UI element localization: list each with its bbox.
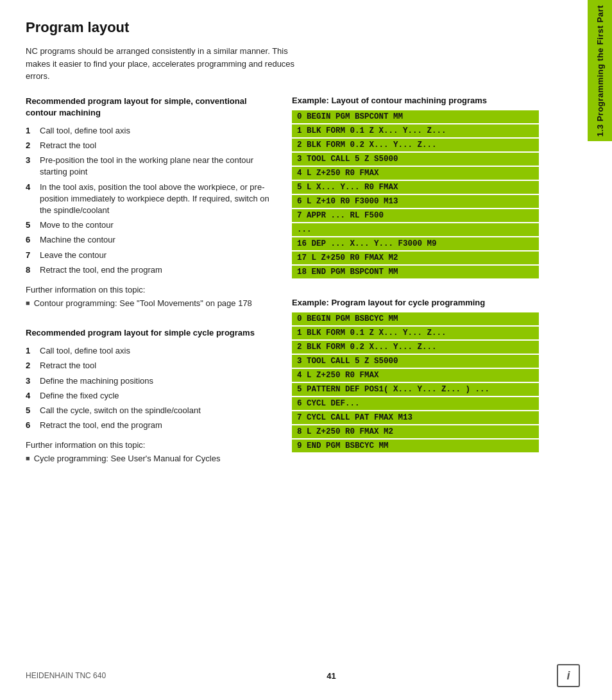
bullet-icon: ■ (26, 454, 30, 462)
item-text: Define the machining positions (40, 375, 153, 387)
list-item: 3Define the machining positions (26, 375, 273, 387)
contour-section-heading: Recommended program layout for simple, c… (26, 96, 273, 119)
code-row: 2 BLK FORM 0.2 X... Y... Z... (292, 341, 539, 354)
item-num: 8 (26, 264, 35, 276)
code-row: 5 L X... Y... R0 FMAX (292, 181, 539, 194)
code-row: 1 BLK FORM 0.1 Z X... Y... Z... (292, 327, 539, 339)
list-item: 1Call tool, define tool axis (26, 345, 273, 357)
cycle-example-section: Example: Program layout for cycle progra… (292, 298, 539, 452)
left-column: Recommended program layout for simple, c… (26, 96, 273, 466)
cycle-section: Recommended program layout for simple cy… (26, 327, 273, 463)
code-row: 6 L Z+10 R0 F3000 M13 (292, 195, 539, 208)
contour-example-section: Example: Layout of contour machining pro… (292, 96, 539, 278)
code-row: 5 PATTERN DEF POS1( X... Y... Z... ) ... (292, 383, 539, 396)
cycle-further-info: Further information on this topic: (26, 440, 273, 450)
code-row: 2 BLK FORM 0.2 X... Y... Z... (292, 139, 539, 151)
code-row: 3 TOOL CALL 5 Z S5000 (292, 355, 539, 368)
list-item: 6Retract the tool, end the program (26, 420, 273, 431)
cycle-section-heading: Recommended program layout for simple cy… (26, 327, 273, 339)
code-row: 9 END PGM BSBCYC MM (292, 440, 539, 452)
code-row-ellipsis: ... (292, 223, 539, 236)
code-row: 16 DEP ... X... Y... F3000 M9 (292, 237, 539, 250)
contour-section: Recommended program layout for simple, c… (26, 96, 273, 308)
contour-code-block: 0 BEGIN PGM BSPCONT MM 1 BLK FORM 0.1 Z … (292, 110, 539, 278)
side-tab-green: 1.3 Programming the First Part (588, 0, 612, 141)
code-row: 17 L Z+250 R0 FMAX M2 (292, 252, 539, 264)
item-num: 2 (26, 140, 35, 151)
list-item: 2Retract the tool (26, 140, 273, 151)
item-num: 1 (26, 125, 35, 137)
item-num: 3 (26, 155, 35, 178)
item-text: Define the fixed cycle (40, 390, 119, 402)
right-column: Example: Layout of contour machining pro… (292, 96, 539, 466)
item-text: Machine the contour (40, 234, 115, 246)
list-item: 8Retract the tool, end the program (26, 264, 273, 276)
item-num: 4 (26, 390, 35, 402)
code-row: 0 BEGIN PGM BSPCONT MM (292, 110, 539, 123)
side-tab-label: 1.3 Programming the First Part (595, 5, 605, 137)
contour-example-heading: Example: Layout of contour machining pro… (292, 96, 539, 105)
item-text: Move to the contour (40, 219, 114, 231)
item-num: 6 (26, 234, 35, 246)
list-item: 5Move to the contour (26, 219, 273, 231)
contour-further-info: Further information on this topic: (26, 285, 273, 295)
item-text: Retract the tool, end the program (40, 420, 162, 431)
item-num: 5 (26, 219, 35, 231)
cycle-list: 1Call tool, define tool axis 2Retract th… (26, 345, 273, 431)
info-icon: i (557, 664, 580, 687)
cycle-example-heading: Example: Program layout for cycle progra… (292, 298, 539, 307)
item-text: In the tool axis, position the tool abov… (40, 182, 273, 217)
intro-text: NC programs should be arranged consisten… (26, 45, 302, 83)
code-row: 1 BLK FORM 0.1 Z X... Y... Z... (292, 124, 539, 137)
item-num: 3 (26, 375, 35, 387)
contour-bullet-text: Contour programming: See "Tool Movements… (34, 298, 252, 308)
list-item: 6Machine the contour (26, 234, 273, 246)
item-text: Pre-position the tool in the working pla… (40, 155, 273, 178)
code-row: 8 L Z+250 R0 FMAX M2 (292, 425, 539, 438)
code-row: 4 L Z+250 R0 FMAX (292, 167, 539, 180)
item-text: Retract the tool, end the program (40, 264, 162, 276)
contour-bullet: ■ Contour programming: See "Tool Movemen… (26, 298, 273, 308)
contour-list: 1Call tool, define tool axis 2Retract th… (26, 125, 273, 276)
item-text: Leave the contour (40, 250, 106, 261)
cycle-bullet: ■ Cycle programming: See User's Manual f… (26, 454, 273, 463)
main-content: Program layout NC programs should be arr… (26, 19, 552, 466)
item-text: Retract the tool (40, 360, 96, 371)
code-row: 0 BEGIN PGM BSBCYC MM (292, 312, 539, 325)
item-text: Call the cycle, switch on the spindle/co… (40, 405, 201, 416)
list-item: 1Call tool, define tool axis (26, 125, 273, 137)
cycle-code-block: 0 BEGIN PGM BSBCYC MM 1 BLK FORM 0.1 Z X… (292, 312, 539, 452)
list-item: 2Retract the tool (26, 360, 273, 371)
code-row: 3 TOOL CALL 5 Z S5000 (292, 153, 539, 166)
code-row: 4 L Z+250 R0 FMAX (292, 369, 539, 382)
footer-page-number: 41 (327, 671, 336, 681)
code-row: 7 CYCL CALL PAT FMAX M13 (292, 411, 539, 424)
item-text: Call tool, define tool axis (40, 345, 130, 357)
list-item: 4Define the fixed cycle (26, 390, 273, 402)
side-tab: 1.3 Programming the First Part (588, 0, 612, 700)
item-num: 7 (26, 250, 35, 261)
item-num: 4 (26, 182, 35, 217)
page-title: Program layout (26, 19, 539, 36)
list-item: 4In the tool axis, position the tool abo… (26, 182, 273, 217)
code-row: 6 CYCL DEF... (292, 397, 539, 410)
footer: HEIDENHAIN TNC 640 41 i (26, 664, 580, 687)
page-container: Program layout NC programs should be arr… (0, 0, 612, 700)
item-text: Call tool, define tool axis (40, 125, 130, 137)
item-num: 1 (26, 345, 35, 357)
code-row: 18 END PGM BSPCONT MM (292, 266, 539, 278)
two-col-layout: Recommended program layout for simple, c… (26, 96, 539, 466)
cycle-bullet-text: Cycle programming: See User's Manual for… (34, 454, 221, 463)
item-num: 6 (26, 420, 35, 431)
item-text: Retract the tool (40, 140, 96, 151)
bullet-icon: ■ (26, 299, 30, 307)
footer-brand: HEIDENHAIN TNC 640 (26, 671, 106, 680)
item-num: 5 (26, 405, 35, 416)
code-row: 7 APPR ... RL F500 (292, 209, 539, 222)
item-num: 2 (26, 360, 35, 371)
list-item: 3Pre-position the tool in the working pl… (26, 155, 273, 178)
list-item: 7Leave the contour (26, 250, 273, 261)
list-item: 5Call the cycle, switch on the spindle/c… (26, 405, 273, 416)
